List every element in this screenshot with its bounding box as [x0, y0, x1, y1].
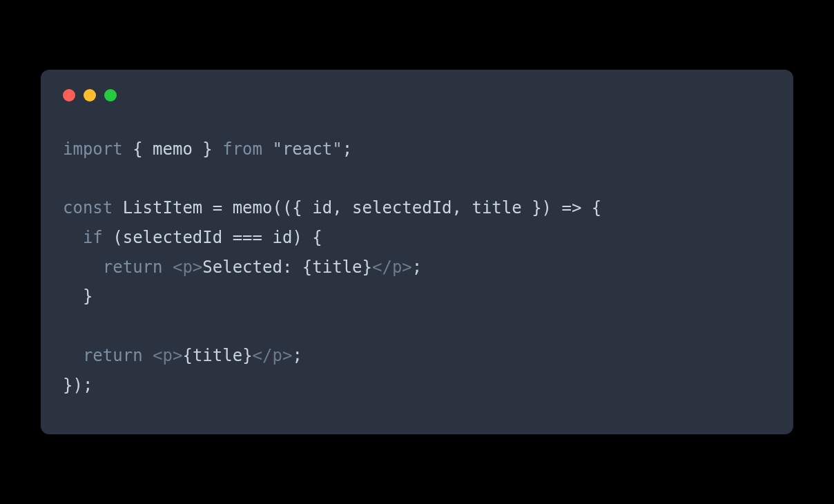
equality-operator: === — [233, 228, 262, 247]
code-line-3: const ListItem = memo(({ id, selectedId,… — [63, 198, 601, 217]
jsx-tag-p: p — [182, 258, 192, 277]
keyword-import: import — [63, 139, 123, 159]
code-line-8: return <p>{title}</p>; — [63, 346, 302, 365]
code-line-6: } — [63, 287, 93, 306]
jsx-tag-p: p — [163, 346, 173, 365]
arrow-operator: => — [562, 198, 582, 217]
keyword-return: return — [103, 258, 163, 277]
code-line-4: if (selectedId === id) { — [63, 228, 322, 247]
string-literal: "react" — [272, 139, 342, 159]
code-block: import { memo } from "react"; const List… — [41, 135, 793, 400]
maximize-icon[interactable] — [104, 89, 117, 101]
minimize-icon[interactable] — [84, 89, 96, 101]
code-line-9: }); — [63, 376, 93, 395]
code-line-1: import { memo } from "react"; — [63, 139, 352, 159]
keyword-if: if — [83, 228, 103, 247]
code-line-5: return <p>Selected: {title}</p>; — [63, 258, 422, 277]
close-icon[interactable] — [63, 89, 75, 101]
code-window: import { memo } from "react"; const List… — [41, 70, 793, 434]
keyword-from: from — [222, 139, 262, 159]
keyword-const: const — [63, 198, 113, 217]
window-controls — [41, 89, 793, 101]
keyword-return: return — [83, 346, 143, 365]
